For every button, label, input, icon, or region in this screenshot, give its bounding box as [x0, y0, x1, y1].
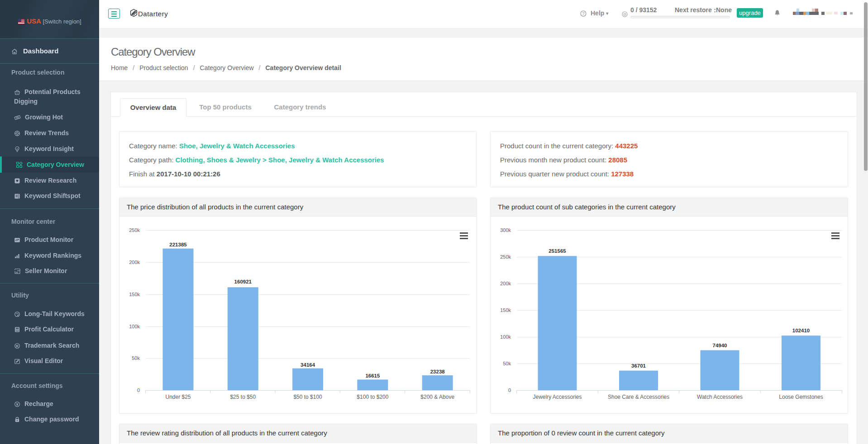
svg-text:$50 to $100: $50 to $100	[293, 394, 322, 400]
svg-text:36701: 36701	[631, 363, 646, 368]
svg-text:251565: 251565	[548, 248, 566, 254]
svg-text:?: ?	[582, 11, 584, 16]
svg-text:160921: 160921	[234, 279, 252, 284]
svg-text:Under $25: Under $25	[165, 394, 191, 400]
svg-text:102410: 102410	[792, 328, 810, 333]
svg-text:150k: 150k	[129, 292, 140, 297]
svg-text:Watch Accessories: Watch Accessories	[697, 394, 743, 400]
svg-text:$100 to $200: $100 to $200	[357, 394, 388, 400]
svg-text:74940: 74940	[713, 343, 727, 348]
svg-text:100k: 100k	[129, 324, 140, 329]
svg-text:0: 0	[508, 387, 511, 393]
svg-text:Jewelry Accessories: Jewelry Accessories	[533, 394, 582, 400]
svg-text:200k: 200k	[129, 260, 140, 265]
svg-text:Loose Gemstones: Loose Gemstones	[779, 394, 823, 400]
svg-text:$200 & Above: $200 & Above	[420, 394, 454, 400]
svg-text:@: @	[623, 12, 627, 16]
svg-text:Shoe Care & Accessories: Shoe Care & Accessories	[608, 394, 669, 400]
svg-text:200k: 200k	[500, 281, 511, 286]
svg-text:50k: 50k	[132, 355, 140, 361]
svg-text:250k: 250k	[129, 227, 140, 233]
svg-text:100k: 100k	[500, 334, 511, 340]
svg-text:$25 to $50: $25 to $50	[230, 394, 256, 400]
svg-text:300k: 300k	[500, 227, 511, 233]
svg-text:R: R	[16, 344, 19, 348]
svg-text:221385: 221385	[169, 242, 187, 247]
svg-text:0: 0	[137, 387, 140, 393]
svg-text:16615: 16615	[365, 373, 380, 378]
svg-text:50k: 50k	[503, 361, 511, 366]
svg-text:23238: 23238	[430, 369, 445, 374]
svg-text:34164: 34164	[300, 362, 315, 368]
svg-text:150k: 150k	[500, 307, 511, 313]
svg-text:250k: 250k	[500, 254, 511, 260]
